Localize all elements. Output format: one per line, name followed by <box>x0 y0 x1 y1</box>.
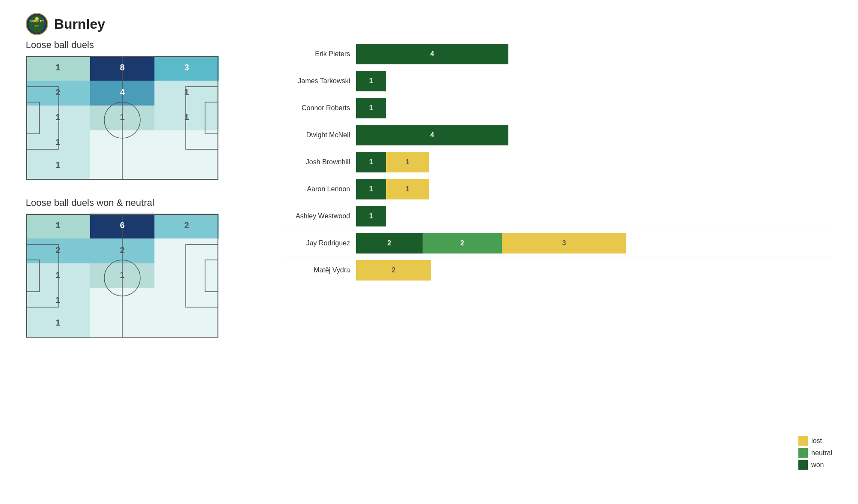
bars-dwight: 4 <box>356 125 508 145</box>
svg-text:4: 4 <box>120 88 125 97</box>
bar-won-aaron: 1 <box>356 179 386 199</box>
player-name-aaron: Aaron Lennon <box>283 185 356 193</box>
player-row-matej: Matěj Vydra 2 <box>283 260 832 281</box>
svg-text:1: 1 <box>55 137 60 147</box>
legend-neutral-box <box>798 448 808 458</box>
legend-won-label: won <box>811 461 824 469</box>
bar-lost-jay: 3 <box>502 233 626 254</box>
svg-text:1: 1 <box>120 270 124 280</box>
club-name: Burnley <box>54 16 105 32</box>
player-row-aaron: Aaron Lennon 1 1 <box>283 179 832 199</box>
right-column: Erik Pieters 4 James Tarkowski 1 Connor … <box>283 39 832 355</box>
left-column: Loose ball duels <box>26 39 257 355</box>
player-name-ashley: Ashley Westwood <box>283 212 356 220</box>
bar-lost-josh: 1 <box>386 152 429 172</box>
svg-text:1: 1 <box>55 112 60 122</box>
legend-neutral-label: neutral <box>811 449 832 457</box>
svg-rect-52 <box>154 313 219 338</box>
svg-text:1: 1 <box>55 63 60 72</box>
player-name-james: James Tarkowski <box>283 77 356 85</box>
pitch2-svg: 1 6 2 2 2 1 1 1 1 <box>26 214 219 338</box>
player-row-josh: Josh Brownhill 1 1 <box>283 152 832 172</box>
svg-text:2: 2 <box>184 220 189 230</box>
bar-won-ashley: 1 <box>356 206 386 226</box>
legend-lost: lost <box>798 436 832 446</box>
svg-text:6: 6 <box>120 220 124 230</box>
svg-point-4 <box>35 17 39 21</box>
bar-won-josh: 1 <box>356 152 386 172</box>
svg-text:8: 8 <box>120 63 124 72</box>
svg-rect-19 <box>154 155 219 180</box>
svg-text:1: 1 <box>55 295 60 305</box>
bar-won-erik: 4 <box>356 44 508 64</box>
player-name-erik: Erik Pieters <box>283 50 356 58</box>
svg-text:1: 1 <box>55 220 60 230</box>
player-name-josh: Josh Brownhill <box>283 158 356 166</box>
svg-text:3: 3 <box>184 63 189 72</box>
svg-text:1: 1 <box>55 160 60 169</box>
legend-won-box <box>798 460 808 470</box>
svg-text:FC: FC <box>35 25 39 27</box>
bar-won-dwight: 4 <box>356 125 508 145</box>
player-name-matej: Matěj Vydra <box>283 266 356 274</box>
player-row-dwight: Dwight McNeil 4 <box>283 125 832 145</box>
main-content: Loose ball duels <box>0 39 858 355</box>
pitch1-svg: 1 8 3 2 4 1 1 1 1 1 1 <box>26 56 219 180</box>
legend-neutral: neutral <box>798 448 832 458</box>
bars-matej: 2 <box>356 260 431 281</box>
svg-text:2: 2 <box>120 245 124 255</box>
svg-text:1: 1 <box>120 112 124 122</box>
player-name-jay: Jay Rodriguez <box>283 239 356 247</box>
bars-ashley: 1 <box>356 206 386 226</box>
svg-text:1: 1 <box>55 318 60 327</box>
bars-erik: 4 <box>356 44 508 64</box>
bars-jay: 2 2 3 <box>356 233 626 254</box>
player-row-connor: Connor Roberts 1 <box>283 98 832 118</box>
svg-text:2: 2 <box>55 245 60 255</box>
pitch2-container: 1 6 2 2 2 1 1 1 1 <box>26 214 219 338</box>
pitch2-title: Loose ball duels won & neutral <box>26 197 257 208</box>
pitch1-container: 1 8 3 2 4 1 1 1 1 1 1 <box>26 56 219 180</box>
bar-won-james: 1 <box>356 71 386 91</box>
legend-lost-box <box>798 436 808 446</box>
bar-lost-matej: 2 <box>356 260 431 281</box>
player-name-dwight: Dwight McNeil <box>283 131 356 139</box>
legend-won: won <box>798 460 832 470</box>
pitch1-title: Loose ball duels <box>26 39 257 51</box>
legend: lost neutral won <box>798 436 832 470</box>
legend-lost-label: lost <box>811 437 822 445</box>
player-row-erik: Erik Pieters 4 <box>283 44 832 64</box>
svg-rect-46 <box>154 263 219 288</box>
player-row-ashley: Ashley Westwood 1 <box>283 206 832 226</box>
player-row-james: James Tarkowski 1 <box>283 71 832 91</box>
player-row-jay: Jay Rodriguez 2 2 3 <box>283 233 832 254</box>
svg-text:2: 2 <box>55 88 60 97</box>
svg-text:1: 1 <box>55 270 60 280</box>
svg-text:1: 1 <box>184 88 189 97</box>
bars-connor: 1 <box>356 98 386 118</box>
bars-aaron: 1 1 <box>356 179 429 199</box>
club-badge-icon: BURNLEY FC <box>26 13 48 35</box>
bars-james: 1 <box>356 71 386 91</box>
svg-text:1: 1 <box>184 112 189 122</box>
bar-neutral-jay: 2 <box>423 233 502 254</box>
player-name-connor: Connor Roberts <box>283 104 356 112</box>
bar-won-connor: 1 <box>356 98 386 118</box>
bar-lost-aaron: 1 <box>386 179 429 199</box>
bar-won-jay: 2 <box>356 233 423 254</box>
bars-josh: 1 1 <box>356 152 429 172</box>
header: BURNLEY FC Burnley <box>0 0 858 39</box>
